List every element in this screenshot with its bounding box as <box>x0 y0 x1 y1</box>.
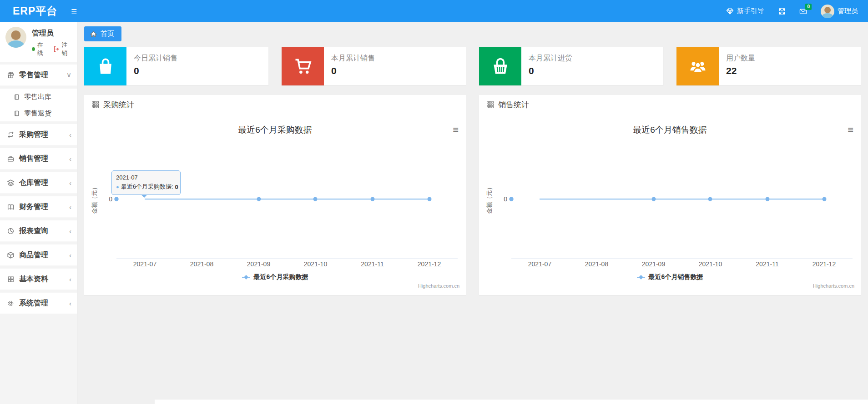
x-axis-tick: 2021-09 <box>247 260 270 268</box>
sidebar-item-label: 财务管理 <box>19 202 48 212</box>
main-content: 首页 今日累计销售 0 本月累计销售 0 <box>77 22 868 404</box>
sidebar-item-label: 零售退货 <box>24 109 51 118</box>
sidebar-item-sales[interactable]: 销售管理 ‹ <box>0 148 77 170</box>
highcharts-credit-link[interactable]: Highcharts.com.cn <box>813 283 854 289</box>
breadcrumb: 首页 <box>77 22 868 47</box>
users-icon <box>676 47 719 85</box>
sidebar-item-purchase[interactable]: 采购管理 ‹ <box>0 124 77 145</box>
x-axis-tick: 2021-08 <box>190 260 213 268</box>
navbar-username: 管理员 <box>838 7 858 15</box>
sales-chart: 最近6个月销售数据 ≡ 金额（元） 0 2021-07 <box>479 114 861 295</box>
sidebar-toggle-button[interactable]: ≡ <box>71 6 77 16</box>
legend-item[interactable]: 最近6个月采购数据 <box>84 273 466 281</box>
y-axis-label: 金额（元） <box>91 185 99 214</box>
y-axis-tick: 0 <box>504 195 507 203</box>
chevron-left-icon: ‹ <box>69 131 71 139</box>
stat-card-title: 本月累计进货 <box>529 54 572 63</box>
panel-sales-stats: 销售统计 最近6个月销售数据 ≡ 金额（元） 0 <box>479 95 861 295</box>
grid-9-icon <box>91 101 99 109</box>
home-icon <box>90 30 97 38</box>
sidebar-item-system[interactable]: 系统管理 ‹ <box>0 293 77 314</box>
x-axis-tick: 2021-10 <box>304 260 327 268</box>
sidebar-item-warehouse[interactable]: 仓库管理 ‹ <box>0 172 77 194</box>
guide-button[interactable]: 新手引导 <box>726 7 764 15</box>
sidebar-submenu-retail: 零售出库 零售退货 <box>0 89 77 121</box>
data-point[interactable] <box>510 197 514 201</box>
sidebar-item-label: 采购管理 <box>19 130 48 140</box>
plot-area: 金额（元） 0 <box>511 168 853 259</box>
journal-icon <box>13 110 20 117</box>
chart-tooltip: 2021-07 ● 最近6个月采购数据: 0 <box>111 170 181 195</box>
chart-context-menu-button[interactable]: ≡ <box>453 125 459 135</box>
legend-item[interactable]: 最近6个月销售数据 <box>479 273 861 281</box>
gem-icon <box>726 7 734 15</box>
chart-title: 最近6个月采购数据 <box>84 124 466 136</box>
navbar-right: 新手引导 0 管理员 <box>726 5 868 18</box>
x-axis-tick: 2021-11 <box>756 260 778 268</box>
sidebar-item-label: 商品管理 <box>19 250 48 260</box>
sidebar-item-reports[interactable]: 报表查询 ‹ <box>0 220 77 242</box>
footer-strip <box>155 399 868 404</box>
x-axis-labels: 2021-07 2021-08 2021-09 2021-10 2021-11 … <box>116 260 458 269</box>
online-status-dot <box>32 47 35 51</box>
pie-chart-icon <box>7 227 15 235</box>
grid-icon <box>7 275 15 283</box>
data-point[interactable] <box>370 197 374 201</box>
y-axis-label: 金额（元） <box>485 185 494 214</box>
bag-icon <box>84 47 126 85</box>
x-axis-tick: 2021-09 <box>642 260 665 268</box>
stat-card-month-purchases[interactable]: 本月累计进货 0 <box>479 47 663 85</box>
cart-icon <box>282 47 324 85</box>
x-axis-tick: 2021-11 <box>361 260 384 268</box>
chevron-left-icon: ‹ <box>69 155 71 163</box>
basket-icon <box>479 47 521 85</box>
layers-icon <box>7 179 15 187</box>
fullscreen-button[interactable] <box>778 7 786 15</box>
data-point[interactable] <box>313 197 318 201</box>
online-status-label: 在线 <box>37 41 47 57</box>
erp-dashboard: ERP平台 ≡ 新手引导 <box>0 0 868 404</box>
sidebar-item-label: 基本资料 <box>19 274 48 284</box>
tab-home-label: 首页 <box>101 30 114 38</box>
messages-button[interactable]: 0 <box>799 7 807 15</box>
data-point[interactable] <box>822 197 826 201</box>
sidebar-item-retail[interactable]: 零售管理 ∨ <box>0 65 77 86</box>
tooltip-series-bullet: ● <box>116 184 119 190</box>
book-icon <box>7 203 15 211</box>
sidebar-item-finance[interactable]: 财务管理 ‹ <box>0 196 77 218</box>
x-axis-tick: 2021-07 <box>133 260 156 268</box>
app-brand: ERP平台 <box>0 4 57 18</box>
sidebar-item-label: 系统管理 <box>19 299 48 308</box>
sidebar-item-retail-return[interactable]: 零售退货 <box>0 105 77 121</box>
stat-card-title: 今日累计销售 <box>134 54 177 63</box>
stat-card-title: 本月累计销售 <box>331 54 375 63</box>
sidebar-item-label: 销售管理 <box>19 154 48 164</box>
stat-card-user-count[interactable]: 用户数量 22 <box>676 47 861 85</box>
chart-title: 最近6个月销售数据 <box>479 124 861 136</box>
stat-card-today-sales[interactable]: 今日累计销售 0 <box>84 47 268 85</box>
data-point[interactable] <box>708 197 712 201</box>
avatar <box>821 5 834 18</box>
data-point[interactable] <box>257 197 261 201</box>
data-point[interactable] <box>651 197 656 201</box>
legend-marker-icon <box>242 277 250 278</box>
tooltip-value: 0 <box>175 184 178 190</box>
stat-card-month-sales[interactable]: 本月累计销售 0 <box>282 47 466 85</box>
legend-label: 最近6个月销售数据 <box>649 273 703 281</box>
data-point[interactable] <box>765 197 769 201</box>
purchase-chart: 最近6个月采购数据 ≡ 金额（元） 0 2021-07 <box>84 114 466 295</box>
chevron-left-icon: ‹ <box>69 203 71 211</box>
chart-context-menu-button[interactable]: ≡ <box>848 125 853 135</box>
tab-home[interactable]: 首页 <box>84 26 121 41</box>
data-point[interactable] <box>427 197 431 201</box>
top-navbar: ERP平台 ≡ 新手引导 <box>0 0 868 22</box>
navbar-user-menu[interactable]: 管理员 <box>821 5 858 18</box>
highcharts-credit-link[interactable]: Highcharts.com.cn <box>418 283 459 289</box>
data-point[interactable] <box>115 197 119 201</box>
sidebar-item-basic-data[interactable]: 基本资料 ‹ <box>0 269 77 290</box>
journal-icon <box>13 93 20 101</box>
panel-title: 采购统计 <box>103 100 134 110</box>
sidebar-item-products[interactable]: 商品管理 ‹ <box>0 244 77 266</box>
sidebar-item-retail-outbound[interactable]: 零售出库 <box>0 89 77 105</box>
logout-button[interactable]: 注销 <box>53 41 71 57</box>
